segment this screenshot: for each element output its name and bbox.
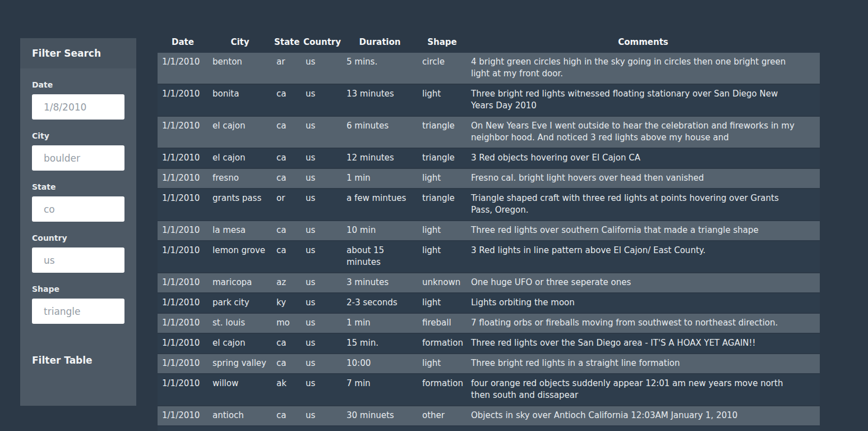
table-header-row: Date City State Country Duration Shape C… [158,34,820,53]
cell-shape: light [418,354,467,374]
table-row: 1/1/2010la mesacaus10 minlightThree red … [158,221,820,241]
cell-country: us [301,374,342,406]
date-label: Date [32,80,124,89]
table-row: 1/1/2010lemon grovecausabout 15 minutesl… [158,241,820,273]
cell-duration: 30 minuets [342,406,418,426]
cell-country: us [301,116,342,148]
cell-city: maricopa [208,273,272,293]
cell-state: ca [272,221,301,241]
cell-shape: light [418,221,467,241]
date-input[interactable] [32,94,124,120]
cell-country: us [301,354,342,374]
cell-shape: triangle [418,116,467,148]
cell-date: 1/1/2010 [158,84,208,116]
cell-comments: Triangle shaped craft with three red lig… [467,189,820,221]
cell-comments: One huge UFO or three seperate ones [467,273,820,293]
cell-duration: 5 mins. [342,53,418,84]
cell-shape: unknown [418,273,467,293]
cell-country: us [301,221,342,241]
cell-shape: fireball [418,313,467,333]
cell-duration: 10min [342,426,418,431]
cell-shape: circle [418,53,467,84]
cell-comments: On New Years Eve I went outside to hear … [467,116,820,148]
cell-comments: four orange red objects suddenly appear … [467,374,820,406]
column-header-duration: Duration [342,34,418,53]
cell-city: el cajon [208,333,272,354]
column-header-date: Date [158,34,208,53]
date-field-group: Date [32,80,124,120]
cell-city: lemon grove [208,241,272,273]
cell-duration: 15 min. [342,333,418,354]
state-field-group: State [32,182,124,222]
cell-state: ca [272,426,301,431]
shape-input[interactable] [32,299,124,324]
cell-shape: light [418,426,467,431]
cell-state: mo [272,313,301,333]
city-input[interactable] [32,145,124,171]
cell-state: ca [272,241,301,273]
cell-country: us [301,333,342,354]
cell-state: ky [272,293,301,313]
cell-duration: 1 min [342,313,418,333]
cell-state: ca [272,168,301,189]
cell-duration: about 15 minutes [342,241,418,273]
cell-date: 1/1/2010 [158,313,208,333]
cell-date: 1/1/2010 [158,333,208,354]
table-row: 1/1/2010willowakus7 minformationfour ora… [158,374,820,406]
state-label: State [32,182,124,191]
cell-date: 1/1/2010 [158,148,208,168]
table-row: 1/1/2010fresnocaus1 minlightFresno cal. … [158,168,820,189]
cell-duration: 7 min [342,374,418,406]
cell-duration: 13 minutes [342,84,418,116]
cell-state: ca [272,354,301,374]
city-field-group: City [32,131,124,171]
table-row: 1/1/2010grants passorusa few mintuestria… [158,189,820,221]
cell-state: ak [272,374,301,406]
cell-comments: 7 floating orbs or fireballs moving from… [467,313,820,333]
cell-date: 1/1/2010 [158,221,208,241]
state-input[interactable] [32,196,124,222]
table-row: 1/1/2010el cajoncaus10minlight3 red ligh… [158,426,820,431]
cell-comments: 4 bright green circles high in the sky g… [467,53,820,84]
cell-duration: 3 minutes [342,273,418,293]
cell-city: park city [208,293,272,313]
table-row: 1/1/2010spring valleycaus10:00lightThree… [158,354,820,374]
column-header-country: Country [301,34,342,53]
filter-search-panel: Filter Search Date City State Country Sh… [20,38,136,406]
cell-state: ca [272,84,301,116]
country-label: Country [32,233,124,242]
table-row: 1/1/2010bonitacaus13 minuteslightThree b… [158,84,820,116]
cell-duration: 10:00 [342,354,418,374]
cell-state: ca [272,333,301,354]
cell-country: us [301,168,342,189]
cell-state: az [272,273,301,293]
cell-country: us [301,313,342,333]
cell-comments: 3 Red objects hovering over El Cajon CA [467,148,820,168]
cell-comments: Three red lights over the San Diego area… [467,333,820,354]
cell-date: 1/1/2010 [158,406,208,426]
cell-comments: Fresno cal. bright light hovers over hea… [467,168,820,189]
cell-date: 1/1/2010 [158,116,208,148]
cell-city: bonita [208,84,272,116]
cell-shape: formation [418,333,467,354]
table-row: 1/1/2010el cajoncaus12 minutestriangle3 … [158,148,820,168]
cell-comments: Three bright red lights in a straight li… [467,354,820,374]
cell-city: willow [208,374,272,406]
cell-date: 1/1/2010 [158,189,208,221]
cell-comments: Three red lights over southern Californi… [467,221,820,241]
cell-shape: other [418,406,467,426]
cell-city: el cajon [208,116,272,148]
cell-country: us [301,241,342,273]
cell-city: spring valley [208,354,272,374]
cell-state: ar [272,53,301,84]
country-field-group: Country [32,233,124,273]
country-input[interactable] [32,247,124,273]
cell-country: us [301,293,342,313]
table-row: 1/1/2010el cajoncaus15 min.formationThre… [158,333,820,354]
filter-table-button[interactable]: Filter Table [32,355,124,366]
cell-shape: light [418,241,467,273]
cell-country: us [301,189,342,221]
cell-duration: 1 min [342,168,418,189]
cell-duration: 10 min [342,221,418,241]
cell-date: 1/1/2010 [158,168,208,189]
